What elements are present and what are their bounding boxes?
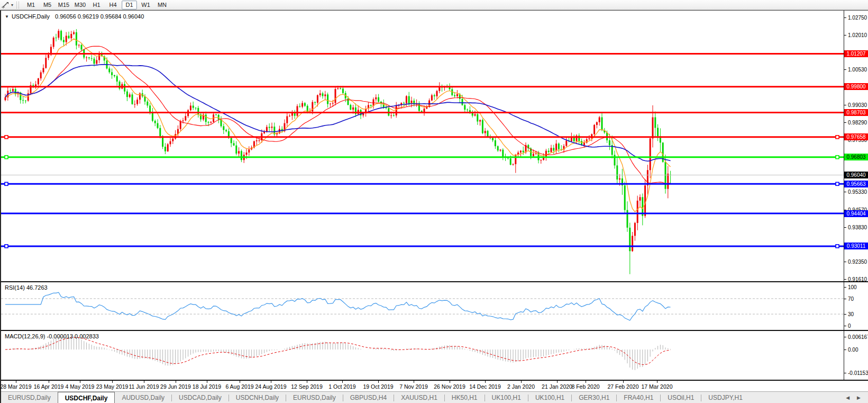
- tab-scroll-buttons: ◀▶: [838, 392, 868, 403]
- toolbar-grip-handle[interactable]: [16, 2, 19, 8]
- tab-usdcad-daily[interactable]: USDCAD,Daily: [172, 392, 229, 403]
- tab-usdjpy-h1[interactable]: USDJPY,H1: [701, 392, 749, 403]
- rsi-label: RSI(14) 46.7263: [5, 284, 48, 291]
- timeframe-button-m30[interactable]: M30: [72, 1, 88, 10]
- tab-uk100-h1[interactable]: UK100,H1: [528, 392, 571, 403]
- date-axis-tick: [16, 381, 16, 383]
- symbol-tab-bar: EURUSD,DailyUSDCHF,DailyAUDUSD,DailyUSDC…: [1, 391, 868, 403]
- rsi-axis-tick: 0: [844, 323, 868, 329]
- date-axis-label: 1 Oct 2019: [328, 383, 355, 390]
- timeframe-button-h1[interactable]: H1: [89, 1, 104, 10]
- price-axis[interactable]: 1.027501.020101.005300.990300.982900.975…: [844, 11, 868, 281]
- chart-symbol-label: USDCHF,Daily: [12, 13, 50, 20]
- tab-usdchf-daily[interactable]: USDCHF,Daily: [58, 392, 115, 403]
- price-level-label: 0.97658: [844, 133, 868, 140]
- tab-eurusd-daily[interactable]: EURUSD,Daily: [286, 392, 343, 403]
- timeframe-button-d1[interactable]: D1: [122, 1, 137, 10]
- tab-eurusd-daily[interactable]: EURUSD,Daily: [1, 392, 58, 403]
- tab-uk100-h1[interactable]: UK100,H1: [485, 392, 528, 403]
- date-axis-tick: [623, 381, 624, 383]
- tab-usoil-h1[interactable]: USOil,H1: [661, 392, 701, 403]
- chart-window: ▼USDCHF,Daily0.96056 0.96219 0.95684 0.9…: [0, 10, 868, 403]
- price-level-label: 0.99800: [844, 83, 868, 90]
- date-axis-label: 26 Nov 2019: [434, 383, 465, 390]
- timeframe-button-mn[interactable]: MN: [154, 1, 170, 10]
- rsi-axis-tick: 70: [844, 296, 868, 302]
- price-pane: ▼USDCHF,Daily0.96056 0.96219 0.95684 0.9…: [1, 11, 868, 282]
- cursor-dropdown-arrow-icon[interactable]: ▾: [11, 3, 13, 7]
- date-axis-tick: [207, 381, 207, 383]
- macd-axis-tick: 0.00: [844, 347, 868, 353]
- tab-scroll-right-icon[interactable]: ▶: [857, 395, 861, 400]
- collapse-triangle-icon[interactable]: ▼: [5, 14, 9, 19]
- date-axis-label: 28 Mar 2019: [1, 383, 32, 390]
- timeframe-button-h4[interactable]: H4: [105, 1, 121, 10]
- date-axis-label: 29 Jun 2019: [160, 383, 191, 390]
- timeframe-button-m5[interactable]: M5: [40, 1, 55, 10]
- date-axis-tick: [80, 381, 80, 383]
- date-axis-label: 2 Jan 2020: [507, 383, 535, 390]
- date-axis-tick: [271, 381, 271, 383]
- timeframe-button-w1[interactable]: W1: [138, 1, 153, 10]
- date-axis-label: 27 Feb 2020: [608, 383, 639, 390]
- macd-plot[interactable]: [1, 331, 844, 380]
- date-axis-label: 14 Dec 2019: [469, 383, 501, 390]
- timeframe-toolbar: ▾ M1M5M15M30H1H4D1W1MN: [0, 0, 868, 10]
- rsi-axis-tick: 30: [844, 311, 868, 317]
- date-axis-tick: [342, 381, 343, 383]
- macd-axis-tick: -0.011531: [844, 370, 868, 376]
- date-axis[interactable]: 28 Mar 201916 Apr 20194 May 201923 May 2…: [1, 381, 868, 391]
- price-level-label: 0.94404: [844, 210, 868, 217]
- tab-hk50-h1[interactable]: HK50,H1: [445, 392, 485, 403]
- price-level-label: 0.95663: [844, 181, 868, 187]
- date-axis-label: 19 Oct 2019: [363, 383, 393, 390]
- tab-scroll-left-icon[interactable]: ◀: [846, 395, 849, 400]
- date-axis-tick: [414, 381, 414, 383]
- price-level-label: 0.96040: [844, 172, 868, 178]
- crosshair-cursor-icon[interactable]: [2, 2, 9, 8]
- date-axis-tick: [144, 381, 144, 383]
- macd-label: MACD(12,26,9) -0.000013 0.002833: [5, 333, 99, 339]
- date-axis-tick: [378, 381, 379, 383]
- tab-fra40-h1[interactable]: FRA40,H1: [617, 392, 660, 403]
- rsi-plot[interactable]: [1, 282, 844, 330]
- tab-ger30-h1[interactable]: GER30,H1: [572, 392, 616, 403]
- price-axis-tick: 0.95330: [844, 189, 868, 195]
- date-axis-tick: [657, 381, 657, 383]
- rsi-axis-tick: 100: [844, 284, 868, 290]
- price-axis-tick: 0.99030: [844, 102, 868, 108]
- macd-axis[interactable]: 0.0061670.00-0.011531: [844, 331, 868, 380]
- timeframe-button-m15[interactable]: M15: [56, 1, 71, 10]
- price-level-label: 0.93011: [844, 243, 868, 249]
- price-axis-tick: 1.02010: [844, 32, 868, 38]
- date-axis-label: 11 Jun 2019: [129, 383, 159, 390]
- tab-gbpusd-h4[interactable]: GBPUSD,H4: [343, 392, 394, 403]
- tab-usdcnh-daily[interactable]: USDCNH,Daily: [229, 392, 286, 403]
- price-axis-tick: 0.98290: [844, 120, 868, 126]
- macd-pane: MACD(12,26,9) -0.000013 0.002833 0.00616…: [1, 331, 868, 381]
- chart-header: ▼USDCHF,Daily0.96056 0.96219 0.95684 0.9…: [5, 13, 144, 20]
- chart-ohlc-values: 0.96056 0.96219 0.95684 0.96040: [55, 13, 144, 20]
- date-axis-label: 17 Mar 2020: [642, 383, 673, 390]
- date-axis-tick: [557, 381, 558, 383]
- price-axis-tick: 1.02750: [844, 15, 868, 21]
- date-axis-tick: [521, 381, 522, 383]
- date-axis-tick: [485, 381, 486, 383]
- price-level-label: 1.01207: [844, 50, 868, 57]
- timeframe-button-m1[interactable]: M1: [23, 1, 39, 10]
- date-axis-label: 7 Nov 2019: [399, 383, 428, 390]
- price-plot[interactable]: [1, 11, 844, 281]
- date-axis-tick: [112, 381, 113, 383]
- date-axis-tick: [176, 381, 176, 383]
- date-axis-label: 4 May 2019: [66, 383, 95, 390]
- date-axis-label: 12 Sep 2019: [291, 383, 323, 390]
- rsi-axis[interactable]: 10070300: [844, 282, 868, 330]
- price-level-label: 0.98703: [844, 109, 868, 116]
- tab-xauusd-h1[interactable]: XAUUSD,H1: [394, 392, 444, 403]
- tab-audusd-daily[interactable]: AUDUSD,Daily: [115, 392, 171, 403]
- date-axis-tick: [450, 381, 450, 383]
- date-axis-tick: [49, 381, 49, 383]
- price-axis-tick: 0.91610: [844, 276, 868, 282]
- rsi-pane: RSI(14) 46.7263 10070300: [1, 282, 868, 331]
- date-axis-label: 6 Aug 2019: [225, 383, 253, 390]
